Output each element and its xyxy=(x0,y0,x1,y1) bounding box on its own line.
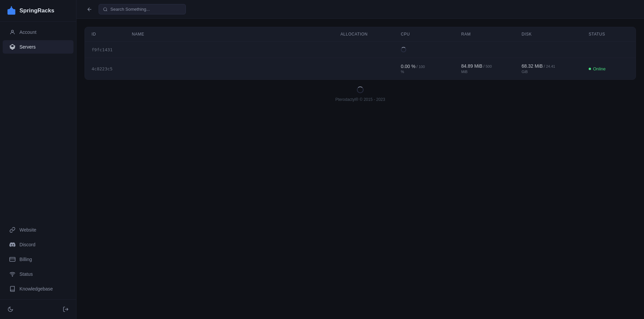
status-text: Online xyxy=(593,66,606,71)
card-icon xyxy=(9,256,15,262)
logo-container: SpringRacks xyxy=(0,0,76,22)
loading-spinner xyxy=(357,86,364,93)
layers-icon xyxy=(9,44,15,50)
servers-content: ID Name Allocation CPU Ram Disk Status f… xyxy=(76,19,644,319)
logo-icon xyxy=(7,6,16,15)
col-id: ID xyxy=(92,32,132,37)
user-icon xyxy=(9,29,15,35)
book-icon xyxy=(9,286,15,292)
table-header: ID Name Allocation CPU Ram Disk Status xyxy=(85,27,636,42)
sidebar-item-billing[interactable]: Billing xyxy=(3,253,73,266)
sidebar-item-discord[interactable]: Discord xyxy=(3,238,73,251)
col-disk: Disk xyxy=(522,32,589,37)
search-input[interactable] xyxy=(110,7,181,12)
topbar xyxy=(76,0,644,19)
table-row[interactable]: f9fc1431 xyxy=(85,42,636,58)
servers-label: Servers xyxy=(19,44,36,50)
row-id: f9fc1431 xyxy=(92,47,132,52)
svg-point-7 xyxy=(104,7,107,10)
cpu-limit: 100 xyxy=(419,65,425,69)
row-cpu-spinner xyxy=(401,47,461,52)
sidebar-item-website[interactable]: Website xyxy=(3,223,73,237)
table-row[interactable]: 4c8223c5 0.00 % / 100 % 84.89 MiB / 500 xyxy=(85,58,636,79)
row-ram-2: 84.89 MiB / 500 MiB xyxy=(461,63,522,74)
svg-rect-2 xyxy=(10,257,15,261)
app-name: SpringRacks xyxy=(19,7,54,14)
sidebar-bottom xyxy=(0,299,76,319)
svg-point-0 xyxy=(11,30,13,32)
svg-point-4 xyxy=(12,276,13,276)
servers-table: ID Name Allocation CPU Ram Disk Status f… xyxy=(85,27,636,80)
website-label: Website xyxy=(19,227,36,233)
row-cpu-2: 0.00 % / 100 % xyxy=(401,64,461,74)
disk-unit: GiB xyxy=(522,70,528,74)
ram-unit: MiB xyxy=(461,70,468,74)
status-label: Status xyxy=(19,271,33,277)
main-content: ID Name Allocation CPU Ram Disk Status f… xyxy=(76,0,644,319)
col-status: Status xyxy=(589,32,629,37)
col-name: Name xyxy=(132,32,340,37)
sidebar-item-status[interactable]: Status xyxy=(3,267,73,281)
col-cpu: CPU xyxy=(401,32,461,37)
ram-limit: 500 xyxy=(486,64,492,68)
wifi-icon xyxy=(9,271,15,277)
logout-icon xyxy=(63,306,69,312)
cpu-unit: % xyxy=(401,70,461,74)
sidebar-item-servers[interactable]: Servers xyxy=(3,40,73,54)
link-icon xyxy=(9,227,15,233)
disk-limit: 24.41 xyxy=(546,64,555,68)
svg-line-8 xyxy=(106,10,107,11)
billing-label: Billing xyxy=(19,257,32,262)
status-badge: Online xyxy=(589,66,629,71)
sidebar-item-account[interactable]: Account xyxy=(3,25,73,39)
cpu-value: 0.00 % xyxy=(401,64,416,69)
discord-label: Discord xyxy=(19,242,35,247)
sidebar-nav: Account Servers Website xyxy=(0,22,76,299)
back-arrow-icon xyxy=(87,6,93,12)
moon-icon xyxy=(7,306,13,312)
account-label: Account xyxy=(19,29,37,35)
row-id-2: 4c8223c5 xyxy=(92,66,132,71)
col-allocation: Allocation xyxy=(340,32,401,37)
back-button[interactable] xyxy=(85,4,95,14)
search-box[interactable] xyxy=(99,4,186,14)
status-dot xyxy=(589,68,591,70)
ram-value: 84.89 MiB xyxy=(461,63,482,69)
footer: Pterodactyl® © 2015 - 2023 xyxy=(85,80,636,109)
search-icon xyxy=(103,7,108,12)
footer-text: Pterodactyl® © 2015 - 2023 xyxy=(335,97,385,102)
row-disk-2: 68.32 MiB / 24.41 GiB xyxy=(522,63,589,74)
sidebar-item-knowledgebase[interactable]: Knowledgebase xyxy=(3,282,73,296)
discord-icon xyxy=(9,242,15,248)
theme-toggle-button[interactable] xyxy=(5,304,15,314)
knowledgebase-label: Knowledgebase xyxy=(19,286,53,292)
logout-button[interactable] xyxy=(61,304,71,314)
disk-value: 68.32 MiB xyxy=(522,63,543,69)
col-ram: Ram xyxy=(461,32,522,37)
sidebar: SpringRacks Account Servers xyxy=(0,0,76,319)
